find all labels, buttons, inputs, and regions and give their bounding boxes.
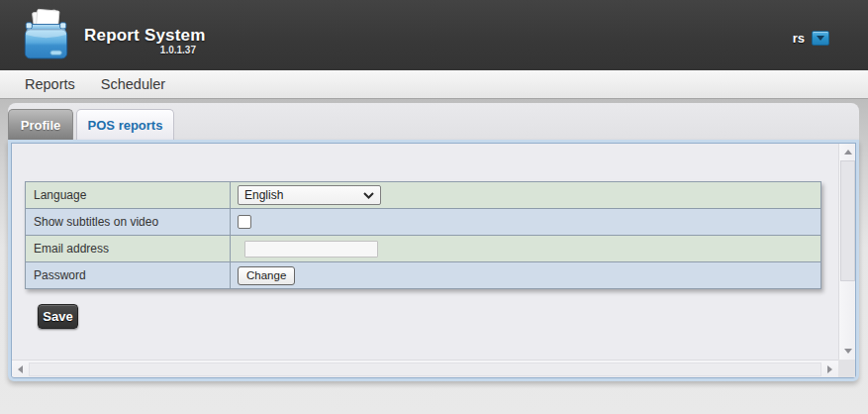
scroll-up-button[interactable]	[839, 144, 855, 160]
triangle-down-icon	[844, 349, 852, 354]
email-label: Email address	[26, 236, 231, 261]
triangle-up-icon	[844, 150, 852, 155]
form-row-language: Language English	[26, 182, 820, 209]
tab-profile[interactable]: Profile	[8, 109, 73, 140]
vertical-scrollbar[interactable]	[838, 144, 855, 360]
language-select-value: English	[244, 188, 283, 202]
nav-item-reports[interactable]: Reports	[25, 76, 75, 92]
chevron-down-icon	[817, 36, 824, 41]
scroll-down-button[interactable]	[839, 343, 855, 360]
password-label: Password	[26, 262, 231, 288]
app-header: Report System 1.0.1.37 rs	[0, 0, 868, 70]
language-select[interactable]: English	[238, 185, 381, 205]
triangle-right-icon	[827, 365, 832, 373]
report-box-logo-icon	[20, 7, 72, 64]
tab-pos-reports-label: POS reports	[88, 118, 163, 133]
scrollbar-corner	[838, 360, 855, 377]
main-container: Profile POS reports Language English	[8, 103, 859, 381]
form-row-password: Password Change	[26, 262, 820, 288]
user-menu[interactable]: rs	[793, 29, 829, 47]
form-row-email: Email address	[26, 236, 820, 262]
profile-form-table: Language English Show subtitles on video	[25, 181, 821, 289]
horizontal-scrollbar[interactable]	[12, 360, 838, 376]
user-initials-label: rs	[793, 31, 805, 46]
content-panel: Language English Show subtitles on video	[8, 140, 859, 381]
page-background: Profile POS reports Language English	[0, 99, 868, 414]
user-menu-button[interactable]	[812, 31, 829, 46]
tab-bar: Profile POS reports	[8, 103, 859, 140]
save-button[interactable]: Save	[38, 304, 78, 329]
change-password-button[interactable]: Change	[238, 266, 295, 285]
scroll-right-button[interactable]	[821, 361, 838, 377]
chevron-down-icon	[363, 192, 374, 199]
language-label: Language	[26, 182, 231, 208]
main-nav: Reports Scheduler	[0, 70, 868, 99]
subtitles-label: Show subtitles on video	[26, 209, 231, 235]
app-version: 1.0.1.37	[84, 45, 196, 55]
app-title: Report System	[84, 26, 206, 46]
tab-profile-label: Profile	[21, 118, 60, 133]
scroll-left-button[interactable]	[12, 361, 29, 377]
triangle-left-icon	[18, 365, 23, 373]
nav-item-scheduler[interactable]: Scheduler	[101, 76, 165, 92]
horizontal-scrollbar-thumb[interactable]	[29, 362, 821, 376]
vertical-scrollbar-thumb[interactable]	[840, 160, 855, 281]
subtitles-checkbox[interactable]	[238, 215, 251, 229]
tab-pos-reports[interactable]: POS reports	[76, 109, 174, 140]
form-row-subtitles: Show subtitles on video	[26, 209, 820, 236]
profile-tab-content: Language English Show subtitles on video	[12, 144, 855, 377]
email-input[interactable]	[244, 241, 378, 258]
